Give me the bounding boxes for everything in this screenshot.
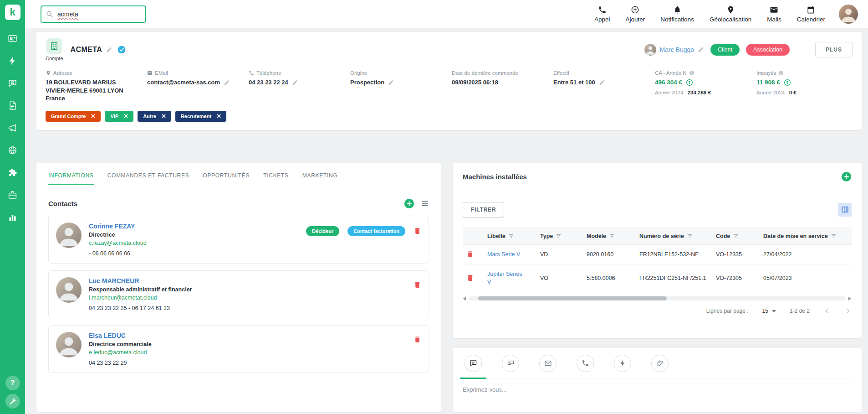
- filter-funnel-icon[interactable]: [609, 233, 614, 238]
- tab-informations[interactable]: INFORMATIONS: [48, 172, 94, 185]
- table-pagination: Lignes par page : 15 1-2 de 2: [463, 307, 852, 315]
- sidebar-item-rapports[interactable]: [0, 206, 25, 228]
- remove-tag-icon[interactable]: [162, 114, 166, 118]
- contact-card-icon: [8, 34, 17, 43]
- contact-email[interactable]: l.marcheur@acmetat.cloud: [89, 295, 192, 301]
- calendar-button[interactable]: Calendrier: [797, 5, 825, 23]
- composer-tab-activity[interactable]: [614, 355, 631, 372]
- status-badge-client[interactable]: Client: [710, 44, 740, 56]
- phone-value: 04 23 23 22 24: [249, 78, 288, 87]
- filter-funnel-icon[interactable]: [556, 233, 561, 238]
- mails-button[interactable]: Mails: [767, 5, 781, 23]
- status-badge-association[interactable]: Association: [746, 44, 790, 56]
- user-avatar[interactable]: [839, 5, 858, 24]
- delete-contact-icon[interactable]: [414, 227, 421, 235]
- sidebar-item-web[interactable]: [0, 139, 25, 161]
- tag-grand-compte[interactable]: Grand Compte: [46, 111, 101, 122]
- column-header-modele[interactable]: Modèle: [583, 228, 636, 244]
- app-logo[interactable]: k: [5, 5, 20, 20]
- add-machine-button[interactable]: [841, 171, 852, 182]
- tab-marketing[interactable]: MARKETING: [302, 172, 338, 185]
- contact-phone: 04 23 23 22 25 - 06 17 24 61 23: [89, 305, 192, 311]
- rows-per-page-select[interactable]: 15: [762, 308, 776, 314]
- add-contact-button[interactable]: [404, 198, 414, 209]
- column-header-numero-serie[interactable]: Numéro de série: [636, 228, 712, 244]
- sidebar-item-contacts[interactable]: [0, 27, 25, 50]
- tag-vip[interactable]: VIP: [105, 111, 133, 122]
- contacts-menu-icon[interactable]: [421, 199, 429, 207]
- contact-name[interactable]: Elsa LEDUC: [89, 332, 152, 339]
- machine-code: VO-72305: [712, 264, 760, 292]
- composer-tab-note[interactable]: [465, 355, 482, 372]
- edit-origin-icon[interactable]: [388, 79, 394, 86]
- address-value: 19 BOULEVARD MARIUS VIVIER-MERLE 69001 L…: [46, 78, 134, 103]
- tab-commandes-factures[interactable]: COMMANDES ET FACTURES: [107, 172, 189, 185]
- bar-chart-icon: [8, 212, 17, 222]
- add-button[interactable]: Ajouter: [626, 5, 645, 23]
- composer-tab-chat[interactable]: [502, 355, 519, 372]
- composer-input[interactable]: [463, 386, 813, 393]
- sidebar-item-activites[interactable]: [0, 50, 25, 72]
- column-header-libelle[interactable]: Libellé: [484, 228, 536, 244]
- scrollbar-thumb[interactable]: [478, 296, 667, 300]
- remove-tag-icon[interactable]: [91, 114, 95, 118]
- contact-name[interactable]: Corinne FEZAY: [89, 223, 147, 230]
- filter-funnel-icon[interactable]: [831, 233, 836, 238]
- delete-contact-icon[interactable]: [414, 281, 421, 289]
- delete-contact-icon[interactable]: [414, 336, 421, 343]
- contact-email[interactable]: c.fezay@acmeta.cloud: [89, 240, 147, 246]
- scroll-left-icon[interactable]: [463, 297, 466, 300]
- filter-funnel-icon[interactable]: [733, 233, 738, 238]
- delete-machine-icon[interactable]: [466, 274, 480, 282]
- filter-button[interactable]: FILTRER: [463, 202, 504, 217]
- machine-link[interactable]: Mars Serie V: [487, 250, 520, 259]
- tag-recrutement[interactable]: Recrutement: [175, 111, 226, 122]
- edit-owner-icon[interactable]: [698, 47, 704, 53]
- previous-page-button[interactable]: [823, 307, 831, 315]
- remove-tag-icon[interactable]: [124, 114, 128, 118]
- edit-phone-icon[interactable]: [292, 79, 298, 86]
- app-logo-letter: k: [10, 6, 15, 18]
- scroll-right-icon[interactable]: [848, 297, 852, 300]
- composer-tab-email[interactable]: [539, 355, 557, 372]
- sidebar-item-produits[interactable]: [0, 184, 25, 206]
- tab-tickets[interactable]: TICKETS: [263, 172, 289, 185]
- edit-headcount-icon[interactable]: [599, 79, 605, 86]
- composer-tab-call[interactable]: [577, 355, 594, 372]
- plus-more-button[interactable]: PLUS: [815, 42, 853, 57]
- settings-button[interactable]: [5, 394, 20, 409]
- horizontal-scrollbar[interactable]: [463, 296, 852, 300]
- column-header-date-mise-en-service[interactable]: Date de mise en service: [760, 228, 852, 244]
- page-range-label: 1-2 de 2: [790, 308, 810, 314]
- next-page-button[interactable]: [844, 307, 852, 315]
- call-button[interactable]: Appel: [594, 5, 610, 23]
- column-settings-button[interactable]: [838, 203, 852, 217]
- trend-up-icon: [686, 79, 693, 86]
- tag-autre[interactable]: Autre: [138, 111, 171, 122]
- notifications-button[interactable]: Notifications: [660, 5, 694, 23]
- help-button[interactable]: ?: [5, 376, 20, 390]
- sidebar-item-facturation[interactable]: [0, 94, 25, 117]
- sidebar-item-conversations[interactable]: [0, 72, 25, 94]
- search-input[interactable]: acmeta: [41, 5, 146, 23]
- sidebar-item-integrations[interactable]: [0, 161, 25, 184]
- column-header-code[interactable]: Code: [712, 228, 760, 244]
- composer-tab-attachment[interactable]: [651, 355, 669, 372]
- remove-tag-icon[interactable]: [217, 114, 221, 118]
- column-header-type[interactable]: Type: [536, 228, 583, 244]
- edit-name-icon[interactable]: [106, 47, 112, 53]
- filter-funnel-icon[interactable]: [687, 233, 692, 238]
- edit-email-icon[interactable]: [224, 79, 230, 86]
- filter-funnel-icon[interactable]: [509, 233, 514, 238]
- tab-opportunites[interactable]: OPPORTUNITÉS: [203, 172, 250, 185]
- machine-link[interactable]: Jupiter Series V: [487, 270, 527, 286]
- contact-email[interactable]: e.leduc@acmeta.cloud: [89, 349, 152, 356]
- sidebar-item-marketing[interactable]: [0, 117, 25, 139]
- company-icon[interactable]: [46, 38, 62, 54]
- geolocation-button[interactable]: Géolocalisation: [710, 5, 751, 23]
- scrollbar-track[interactable]: [469, 296, 846, 300]
- contact-role: Directrice commerciale: [89, 341, 152, 347]
- delete-machine-icon[interactable]: [466, 250, 480, 258]
- account-owner[interactable]: Marc Buggo: [644, 44, 704, 56]
- contact-name[interactable]: Luc MARCHEUR: [89, 277, 192, 285]
